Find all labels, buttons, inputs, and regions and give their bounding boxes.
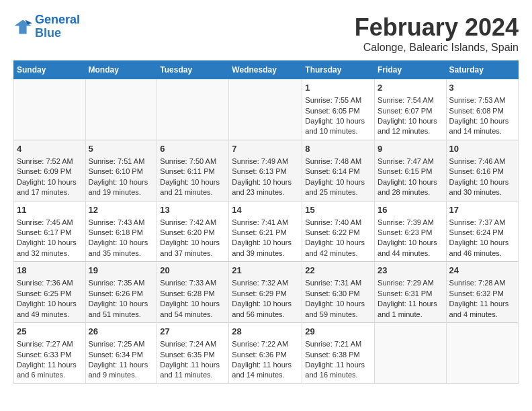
day-number: 10: [449, 143, 515, 155]
day-info: Daylight: 10 hours: [232, 238, 299, 248]
day-info: Daylight: 10 hours: [17, 299, 83, 309]
header-thursday: Thursday: [302, 61, 375, 79]
day-number: 18: [17, 265, 83, 277]
header-friday: Friday: [375, 61, 447, 79]
day-info: Daylight: 10 hours: [232, 299, 299, 309]
week-row-1: 4Sunrise: 7:52 AMSunset: 6:09 PMDaylight…: [14, 140, 519, 201]
day-info: and 46 minutes.: [449, 248, 515, 259]
day-number: 26: [89, 326, 154, 338]
day-info: and 28 minutes.: [378, 187, 443, 197]
calendar-cell: [85, 79, 157, 140]
day-info: Sunrise: 7:31 AM: [305, 278, 371, 288]
day-info: Sunrise: 7:36 AM: [17, 278, 83, 288]
day-number: 20: [160, 265, 226, 277]
day-number: 25: [17, 326, 83, 338]
day-number: 16: [378, 204, 443, 216]
calendar-cell: 28Sunrise: 7:22 AMSunset: 6:36 PMDayligh…: [229, 323, 302, 384]
day-number: 22: [305, 265, 371, 277]
day-number: 14: [232, 204, 299, 216]
day-info: Daylight: 10 hours: [449, 177, 515, 187]
calendar-cell: 20Sunrise: 7:33 AMSunset: 6:28 PMDayligh…: [157, 262, 229, 323]
day-info: Sunset: 6:09 PM: [17, 167, 83, 177]
day-info: Daylight: 10 hours: [305, 299, 371, 309]
day-info: Daylight: 10 hours: [305, 177, 371, 187]
day-info: Sunset: 6:23 PM: [378, 228, 443, 238]
day-info: Daylight: 11 hours: [232, 360, 299, 370]
day-info: Sunrise: 7:33 AM: [160, 278, 226, 288]
day-info: Sunrise: 7:49 AM: [232, 156, 299, 167]
day-info: Sunset: 6:24 PM: [449, 228, 515, 238]
day-info: Sunrise: 7:52 AM: [17, 156, 83, 167]
calendar-title: February 2024: [355, 13, 519, 42]
day-info: Sunset: 6:22 PM: [305, 228, 371, 238]
calendar-cell: 7Sunrise: 7:49 AMSunset: 6:13 PMDaylight…: [229, 140, 302, 201]
day-info: Sunset: 6:18 PM: [89, 228, 154, 238]
day-number: 6: [160, 143, 226, 155]
day-info: Sunset: 6:16 PM: [449, 167, 515, 177]
day-info: Daylight: 10 hours: [89, 299, 154, 309]
day-number: 3: [449, 82, 515, 94]
day-info: and 49 minutes.: [17, 310, 83, 320]
calendar-cell: 17Sunrise: 7:37 AMSunset: 6:24 PMDayligh…: [446, 201, 518, 262]
day-number: 24: [449, 265, 515, 277]
day-info: Sunrise: 7:32 AM: [232, 278, 299, 288]
calendar-cell: 4Sunrise: 7:52 AMSunset: 6:09 PMDaylight…: [14, 140, 86, 201]
calendar-cell: 22Sunrise: 7:31 AMSunset: 6:30 PMDayligh…: [302, 262, 375, 323]
calendar-cell: 15Sunrise: 7:40 AMSunset: 6:22 PMDayligh…: [302, 201, 375, 262]
header-monday: Monday: [85, 61, 157, 79]
day-info: Sunrise: 7:22 AM: [232, 339, 299, 349]
day-info: and 37 minutes.: [160, 248, 226, 259]
day-info: and 59 minutes.: [305, 310, 371, 320]
day-info: Sunrise: 7:21 AM: [305, 339, 371, 349]
logo-line1: General: [35, 13, 80, 26]
calendar-table: SundayMondayTuesdayWednesdayThursdayFrid…: [13, 60, 519, 384]
calendar-cell: 8Sunrise: 7:48 AMSunset: 6:14 PMDaylight…: [302, 140, 375, 201]
calendar-cell: 9Sunrise: 7:47 AMSunset: 6:15 PMDaylight…: [375, 140, 447, 201]
day-info: Sunrise: 7:25 AM: [89, 339, 154, 349]
day-number: 19: [89, 265, 154, 277]
header-wednesday: Wednesday: [229, 61, 302, 79]
day-info: Sunset: 6:20 PM: [160, 228, 226, 238]
day-info: Sunrise: 7:54 AM: [378, 95, 443, 105]
day-info: Daylight: 10 hours: [160, 238, 226, 248]
week-row-3: 18Sunrise: 7:36 AMSunset: 6:25 PMDayligh…: [14, 262, 519, 323]
day-number: 1: [305, 82, 371, 94]
day-info: Sunset: 6:30 PM: [305, 289, 371, 299]
week-row-2: 11Sunrise: 7:45 AMSunset: 6:17 PMDayligh…: [14, 201, 519, 262]
logo: General Blue: [13, 13, 80, 40]
day-info: and 14 minutes.: [232, 370, 299, 380]
calendar-cell: 16Sunrise: 7:39 AMSunset: 6:23 PMDayligh…: [375, 201, 447, 262]
day-info: Daylight: 10 hours: [160, 177, 226, 187]
day-info: Daylight: 10 hours: [378, 177, 443, 187]
day-info: Sunrise: 7:53 AM: [449, 95, 515, 105]
day-info: Sunset: 6:05 PM: [305, 106, 371, 116]
calendar-header-row: SundayMondayTuesdayWednesdayThursdayFrid…: [14, 61, 519, 79]
day-info: and 51 minutes.: [89, 310, 154, 320]
day-info: Daylight: 10 hours: [160, 299, 226, 309]
day-info: Sunset: 6:17 PM: [17, 228, 83, 238]
day-number: 13: [160, 204, 226, 216]
day-info: and 21 minutes.: [160, 187, 226, 197]
day-info: Sunset: 6:25 PM: [17, 289, 83, 299]
calendar-cell: 13Sunrise: 7:42 AMSunset: 6:20 PMDayligh…: [157, 201, 229, 262]
day-info: Sunrise: 7:24 AM: [160, 339, 226, 349]
day-info: Daylight: 10 hours: [449, 238, 515, 248]
day-info: Daylight: 10 hours: [17, 238, 83, 248]
day-info: Sunrise: 7:37 AM: [449, 218, 515, 228]
day-number: 9: [378, 143, 443, 155]
day-info: and 17 minutes.: [17, 187, 83, 197]
calendar-cell: 3Sunrise: 7:53 AMSunset: 6:08 PMDaylight…: [446, 79, 518, 140]
calendar-cell: [446, 323, 518, 384]
day-info: Sunset: 6:32 PM: [449, 289, 515, 299]
day-info: Sunrise: 7:41 AM: [232, 218, 299, 228]
day-info: Daylight: 11 hours: [449, 299, 515, 309]
day-info: Daylight: 11 hours: [378, 299, 443, 309]
calendar-cell: 18Sunrise: 7:36 AMSunset: 6:25 PMDayligh…: [14, 262, 86, 323]
day-info: Daylight: 10 hours: [305, 116, 371, 126]
title-section: February 2024 Calonge, Balearic Islands,…: [355, 13, 519, 54]
day-info: and 14 minutes.: [449, 126, 515, 136]
day-info: Sunset: 6:33 PM: [17, 350, 83, 360]
day-info: Sunrise: 7:39 AM: [378, 218, 443, 228]
day-info: and 16 minutes.: [305, 370, 371, 380]
day-info: Sunset: 6:21 PM: [232, 228, 299, 238]
